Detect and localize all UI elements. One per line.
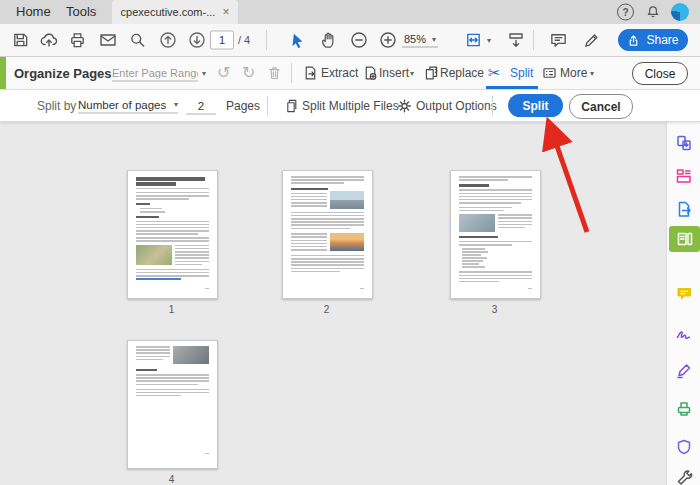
output-options-label[interactable]: Output Options: [416, 99, 497, 113]
delete-pages-button[interactable]: [266, 65, 283, 82]
rotate-ccw-button[interactable]: ↺: [217, 65, 230, 81]
chevron-down-icon[interactable]: ▾: [487, 36, 491, 45]
chevron-down-icon[interactable]: ▾: [202, 69, 206, 78]
plus-circle-icon: [378, 30, 398, 50]
sidebar-tool-edit-pdf[interactable]: [670, 163, 698, 189]
page-thumbnail-2[interactable]: 2: [282, 170, 371, 315]
split-tool-button[interactable]: ✂: [488, 64, 501, 82]
print-button[interactable]: [68, 31, 87, 50]
text-line: [136, 269, 209, 271]
page-range-input[interactable]: [112, 65, 198, 82]
zoom-out-button[interactable]: [349, 30, 369, 50]
text-line: [136, 377, 209, 379]
page-3-preview[interactable]: [450, 170, 541, 299]
fit-width-button[interactable]: [464, 31, 483, 50]
share-button[interactable]: Share: [618, 29, 688, 51]
select-tool-button[interactable]: [288, 31, 306, 49]
split-confirm-button[interactable]: Split: [508, 94, 563, 117]
insert-button[interactable]: [362, 65, 379, 82]
edit-pdf-icon: [675, 167, 693, 185]
page-1-preview[interactable]: [127, 170, 218, 299]
text-heading-line: [291, 188, 328, 190]
minus-circle-icon: [349, 30, 369, 50]
text-line: [291, 182, 344, 184]
sidebar-tool-combine-files[interactable]: [670, 130, 698, 156]
collapse-toolbar-button[interactable]: [506, 30, 526, 50]
split-mode-dropdown[interactable]: Number of pages ▾: [78, 98, 178, 113]
page-total-label: / 4: [238, 34, 250, 46]
sidebar-tool-export-pdf[interactable]: [670, 196, 698, 222]
toolbar-divider: [266, 30, 267, 50]
user-avatar[interactable]: [671, 3, 689, 21]
chevron-down-icon[interactable]: ▾: [410, 69, 414, 78]
page-thumbnail-1[interactable]: 1: [127, 170, 216, 315]
help-button[interactable]: ?: [617, 4, 634, 21]
text-line: [136, 392, 209, 394]
page-photo: [330, 191, 364, 209]
replace-label[interactable]: Replace: [440, 66, 484, 80]
page-number-label: 1: [127, 304, 216, 315]
text-line: [462, 248, 485, 250]
split-multiple-files-label[interactable]: Split Multiple Files: [302, 99, 399, 113]
insert-icon: [362, 65, 379, 82]
rotate-cw-button[interactable]: ↻: [242, 65, 255, 81]
sidebar-tool-organize-pages[interactable]: [669, 226, 700, 252]
page-4-preview[interactable]: [127, 340, 218, 469]
chevron-down-icon[interactable]: ▾: [590, 69, 594, 78]
organize-pages-toolbar: Organize Pages ▾ ↺ ↻ Extract Insert ▾ Re…: [0, 57, 700, 90]
sidebar-tool-more-tools[interactable]: [670, 464, 698, 485]
save-button[interactable]: [11, 31, 30, 50]
text-line: [175, 257, 209, 259]
pencil-tool-button[interactable]: [582, 31, 601, 50]
close-button[interactable]: Close: [632, 62, 688, 85]
search-button[interactable]: [128, 31, 147, 50]
text-line: [291, 249, 327, 251]
next-page-button[interactable]: [187, 30, 207, 50]
text-line: [136, 188, 209, 189]
comment-tool-button[interactable]: [549, 31, 568, 50]
more-button[interactable]: [541, 65, 558, 82]
text-line: [291, 212, 364, 214]
text-line: [459, 210, 504, 212]
text-line: [140, 211, 165, 213]
more-label[interactable]: More: [560, 66, 587, 80]
page-2-preview[interactable]: [282, 170, 373, 299]
text-line: [136, 240, 209, 242]
text-line: [175, 245, 209, 247]
page-thumbnail-4[interactable]: 4: [127, 340, 216, 485]
page-up-icon: [158, 30, 178, 50]
tab-document[interactable]: cpexecutive.com-... ×: [112, 0, 238, 24]
sidebar-tool-comment[interactable]: [670, 281, 698, 307]
split-tool-label[interactable]: Split: [510, 66, 533, 80]
notifications-button[interactable]: [645, 4, 661, 20]
hand-tool-button[interactable]: [319, 31, 338, 50]
text-line: [136, 389, 209, 391]
output-options-button[interactable]: [396, 97, 413, 114]
text-line: [175, 248, 209, 250]
sidebar-tool-fill-sign[interactable]: [670, 320, 698, 346]
tab-tools[interactable]: Tools: [60, 0, 102, 24]
zoom-in-button[interactable]: [378, 30, 398, 50]
page-thumbnail-3[interactable]: 3: [450, 170, 539, 315]
insert-label[interactable]: Insert: [379, 66, 409, 80]
page-count-input[interactable]: [186, 97, 216, 114]
replace-button[interactable]: [423, 65, 440, 82]
sidebar-tool-request-signatures[interactable]: [670, 358, 698, 384]
current-page-input[interactable]: 1: [210, 31, 234, 50]
cancel-button[interactable]: Cancel: [569, 94, 633, 119]
tab-close-icon[interactable]: ×: [222, 6, 229, 18]
split-multiple-files-button[interactable]: [283, 98, 299, 114]
tab-home[interactable]: Home: [10, 0, 57, 24]
zoom-level-dropdown[interactable]: 85% ▾: [402, 33, 438, 48]
sidebar-tool-scan-ocr[interactable]: [670, 396, 698, 422]
upload-cloud-button[interactable]: [39, 30, 59, 50]
sidebar-tool-protect[interactable]: [670, 434, 698, 460]
previous-page-button[interactable]: [158, 30, 178, 50]
page-photo: [330, 233, 364, 251]
email-button[interactable]: [98, 30, 118, 50]
text-line: [136, 374, 209, 376]
text-line: [136, 275, 209, 277]
extract-label[interactable]: Extract: [321, 66, 358, 80]
text-line: [291, 205, 327, 207]
extract-button[interactable]: [302, 65, 319, 82]
